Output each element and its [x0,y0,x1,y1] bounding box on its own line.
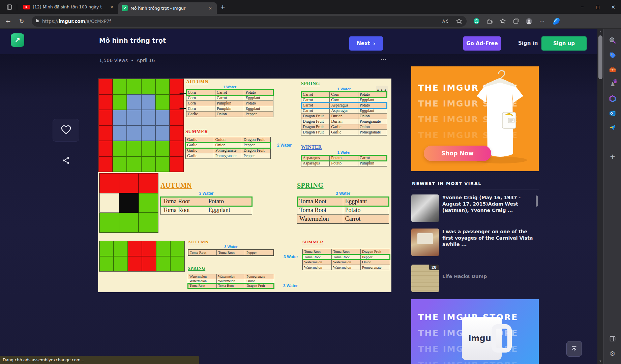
divider [17,4,17,10]
refresh-button[interactable]: ↻ [16,16,27,27]
sign-in-link[interactable]: Sign in [518,40,538,46]
crop-cell: Pepper [244,112,273,117]
crop-cell: Potato [206,197,252,206]
crop-row: GarlicOnionPepper [186,112,273,117]
album-image[interactable]: AUTUMN1 WaterCornCarrotPotatoCornCarrotE… [98,79,391,292]
viral-item[interactable]: Yvonne Craig (May 16, 1937 - August 17, … [411,194,539,222]
sign-up-button[interactable]: Sign up [541,36,587,51]
crop-table: AsparagusPotatoCarrotAsparagusPotatoPump… [301,155,387,166]
close-button[interactable]: × [605,0,621,14]
scroll-to-top-button[interactable] [566,341,582,357]
season-heading: SPRING [297,181,389,189]
viral-item-title[interactable]: I was a passenger on one of the first vo… [442,229,533,249]
tab-close-icon[interactable]: × [109,4,115,9]
read-aloud-icon[interactable]: A [441,17,450,26]
profile-avatar[interactable] [525,17,533,26]
crop-cell: Carrot [301,108,330,114]
viral-item[interactable]: 28Life Hacks Dump [411,265,539,292]
address-bar[interactable]: https://imgur.com/a/OcMxP7f A [32,16,467,27]
crop-cell: Watermelon [303,260,332,265]
share-button[interactable] [61,155,71,165]
plot-cell-red [98,110,113,125]
season-heading: AUTUMN [188,239,274,244]
settings-gear-icon[interactable]: ⚙ [609,350,617,358]
sidebar-mini-scrollbar[interactable] [536,195,538,207]
scrollbar-thumb[interactable] [598,35,602,79]
plot-cell-green [127,141,141,156]
viral-item-title[interactable]: Yvonne Craig (May 16, 1937 - August 17, … [442,194,533,215]
maximize-button[interactable]: □ [590,0,605,14]
viral-thumbnail[interactable] [411,194,439,222]
imgur-store-ad-top[interactable]: THE IMGUR STORETHE IMGUR STORETHE IMGUR … [411,66,539,171]
minimize-button[interactable]: ─ [574,0,590,14]
tab-title: Mô hình trồng trọt - Imgur [130,6,205,11]
scrollbar-down-arrow[interactable]: ▼ [597,360,603,363]
tab-youtube[interactable]: ▶ (12) Mình đã sinh tồn 100 ngày t × [20,1,118,13]
crop-row: Toma RootToma RootPepper [303,254,390,260]
plot-cell-green [114,256,128,271]
page-scrollbar[interactable]: ▲ ▼ [597,29,603,364]
crop-cell: Onion [215,112,244,117]
go-ad-free-button[interactable]: Go Ad-Free [463,36,501,51]
outlook-icon[interactable]: O [609,109,617,117]
browser-toolbar: ← ↻ https://imgur.com/a/OcMxP7f A [0,14,621,29]
plot-cell-green [127,79,141,94]
browser-menu-icon[interactable]: ⋯ [538,17,546,26]
post-options-icon[interactable]: ⋯ [380,56,387,63]
imgur-logo[interactable]: ↗ [11,33,24,47]
shop-now-button[interactable]: Shop Now [424,146,491,161]
tab-title: (12) Mình đã sinh tồn 100 ngày t [33,4,107,9]
toolbox-icon[interactable] [609,66,617,74]
viral-item[interactable]: I was a passenger on one of the first vo… [411,229,539,256]
crop-row: Dragon FruitGarlicPomegranate [301,130,387,135]
season-heading: SUMMER [185,129,271,134]
views-and-date: 1,506 Views • April 16 [99,58,155,63]
imgur-favicon: ↗ [122,5,128,11]
new-tab-button[interactable]: + [217,3,229,11]
microsoft-365-icon[interactable] [609,95,617,103]
svg-text:A: A [442,19,445,24]
crop-cell: Toma Root [303,254,332,260]
favorite-button[interactable] [53,119,79,142]
copilot-icon[interactable] [551,16,562,27]
crop-cell: Pomegranate [358,119,387,124]
grammarly-icon[interactable] [472,17,481,26]
crop-row: WatermelonCarrot [297,215,389,223]
crop-cell: Asparagus [330,103,358,108]
drop-icon[interactable] [609,123,617,131]
crop-cell: Watermelon [188,274,217,279]
plot-cell-red [128,256,142,271]
tab-imgur-active[interactable]: ↗ Mô hình trồng trọt - Imgur × [118,2,217,14]
crop-row: WatermelonWatermelonOnion [188,279,274,284]
plot-cell-green [141,141,155,156]
collections-icon[interactable] [511,17,520,26]
plot-grid-large [98,79,184,172]
plot-cell-green [141,156,155,172]
back-button[interactable]: ← [3,16,13,27]
crop-table: WatermelonWatermelonPomegranateWatermelo… [188,274,274,289]
sidebar-panel-icon[interactable] [609,335,617,343]
crop-cell: Pepper [242,153,270,159]
add-to-sidebar-icon[interactable]: + [609,152,617,160]
viral-item-title[interactable]: Life Hacks Dump [442,273,533,292]
extensions-icon[interactable] [485,17,494,26]
crop-cell: Watermelon [217,274,245,279]
favorites-icon[interactable] [498,17,507,26]
tab-actions-icon[interactable] [5,2,14,12]
crop-row: Toma RootToma RootPepper [188,250,273,255]
viral-thumbnail[interactable]: 28 [411,265,439,292]
tab-bar: ▶ (12) Mình đã sinh tồn 100 ngày t × ↗ M… [0,0,621,14]
next-button[interactable]: Next› [349,36,383,51]
viral-thumbnail[interactable] [411,229,439,256]
imgur-store-ad-bottom[interactable]: THE IMGUR STORETHE IMGUR STORETHE IMGUR … [411,299,539,364]
plot-cell-blue [141,125,155,141]
search-icon[interactable] [609,36,617,44]
tab-close-icon[interactable]: × [207,6,213,11]
scrollbar-up-arrow[interactable]: ▲ [597,30,603,33]
status-bar: Đang chờ ads.assemblyexchange.com... [0,356,199,364]
games-icon[interactable]: ♟♛ [609,80,617,88]
plot-cell-blue [127,125,141,141]
shopping-icon[interactable] [609,51,617,59]
favorite-add-icon[interactable] [454,17,463,26]
crop-cell: Pomegranate [361,265,390,270]
